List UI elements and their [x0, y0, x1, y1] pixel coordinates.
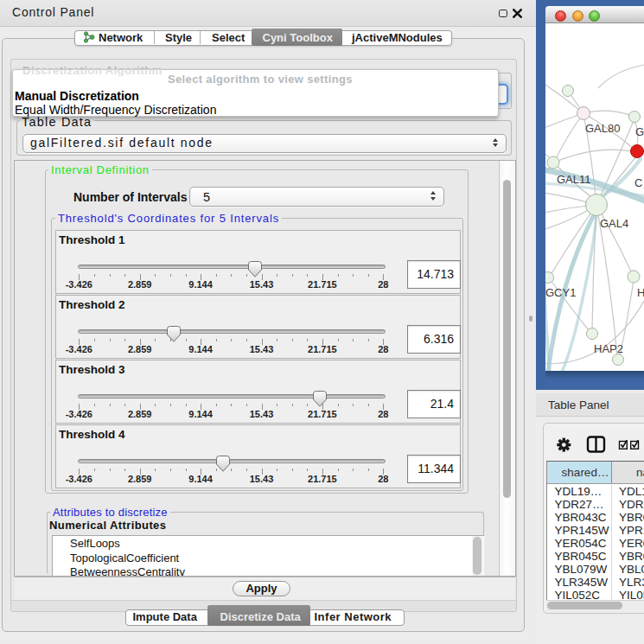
svg-text:C: C [634, 176, 642, 189]
svg-text:GAL80: GAL80 [585, 122, 620, 135]
svg-text:GCY1: GCY1 [545, 286, 576, 299]
svg-text:GAL4: GAL4 [600, 217, 628, 230]
svg-text:GAL11: GAL11 [557, 173, 591, 186]
svg-text:GAL2: GAL2 [635, 125, 644, 138]
svg-text:HIS5: HIS5 [637, 286, 644, 299]
svg-text:HAP2: HAP2 [594, 342, 623, 355]
